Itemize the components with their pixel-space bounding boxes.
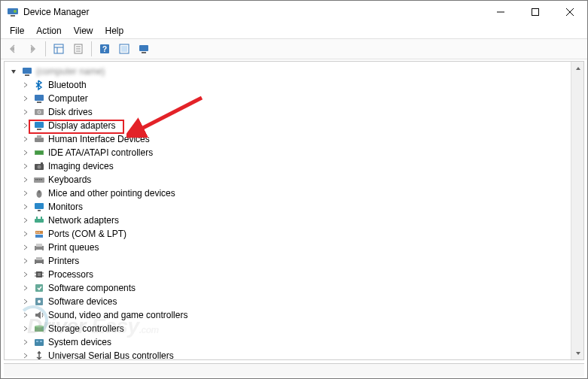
chevron-right-icon[interactable] — [21, 175, 30, 184]
chevron-right-icon[interactable] — [21, 338, 30, 347]
properties-button[interactable] — [69, 40, 87, 58]
svg-point-34 — [38, 165, 41, 169]
maximize-button[interactable] — [518, 1, 553, 23]
tree-item-label: Monitors — [48, 202, 83, 212]
chevron-right-icon[interactable] — [21, 283, 30, 293]
svg-rect-35 — [41, 162, 43, 164]
chevron-right-icon[interactable] — [21, 311, 30, 320]
usb-icon — [33, 350, 45, 359]
tree-item-display[interactable]: Display adapters — [6, 119, 571, 132]
chevron-right-icon[interactable] — [21, 94, 30, 103]
chevron-right-icon[interactable] — [21, 121, 30, 130]
svg-rect-46 — [36, 217, 38, 219]
tree-item-monitor[interactable]: Monitors — [6, 200, 571, 214]
chevron-right-icon[interactable] — [21, 202, 30, 211]
back-button[interactable] — [4, 40, 22, 58]
tree-item-label: Human Interface Devices — [48, 134, 150, 144]
tree-item-printqueue[interactable]: Print queues — [6, 241, 571, 254]
chevron-right-icon[interactable] — [21, 80, 30, 89]
menu-help[interactable]: Help — [99, 24, 130, 38]
chevron-right-icon[interactable] — [21, 243, 30, 252]
svg-rect-20 — [23, 68, 32, 74]
help-button[interactable]: ? — [96, 40, 114, 58]
svg-rect-49 — [35, 235, 43, 238]
chevron-right-icon[interactable] — [21, 162, 30, 171]
svg-rect-38 — [38, 179, 39, 180]
software-icon — [33, 282, 45, 294]
chevron-right-icon[interactable] — [21, 351, 30, 359]
content-pane: (computer name) BluetoothComputerDisk dr… — [4, 61, 584, 360]
minimize-button[interactable] — [483, 1, 518, 23]
show-hidden-button[interactable] — [50, 40, 68, 58]
tree-item-sound[interactable]: Sound, video and game controllers — [6, 308, 571, 322]
scan-hardware-button[interactable] — [135, 40, 153, 58]
monitor-icon — [33, 201, 45, 213]
tree-item-label: Software devices — [48, 296, 117, 307]
svg-point-26 — [38, 111, 40, 113]
tree-item-label: IDE ATA/ATAPI controllers — [48, 147, 153, 158]
tree-item-ide[interactable]: IDE ATA/ATAPI controllers — [6, 146, 571, 159]
svg-rect-43 — [35, 203, 44, 209]
svg-point-50 — [36, 232, 38, 233]
device-tree[interactable]: (computer name) BluetoothComputerDisk dr… — [5, 62, 571, 359]
tree-item-imaging[interactable]: Imaging devices — [6, 159, 571, 173]
chevron-right-icon[interactable] — [21, 229, 30, 238]
vertical-scrollbar[interactable] — [571, 62, 583, 359]
tree-item-system[interactable]: System devices — [6, 335, 571, 349]
chevron-right-icon[interactable] — [21, 148, 30, 157]
tree-item-label: Print queues — [48, 242, 99, 253]
chevron-right-icon[interactable] — [21, 297, 30, 306]
forward-button[interactable] — [23, 40, 41, 58]
computer-icon — [33, 92, 45, 105]
chevron-right-icon[interactable] — [21, 135, 30, 144]
tree-item-hid[interactable]: Human Interface Devices — [6, 132, 571, 146]
tree-item-storage[interactable]: Storage controllers — [6, 322, 571, 335]
svg-rect-7 — [54, 44, 63, 53]
printer-icon — [33, 255, 45, 267]
svg-rect-21 — [25, 74, 29, 76]
tree-item-label: Display adapters — [48, 120, 115, 131]
toolbar: ? — [1, 38, 587, 59]
svg-text:?: ? — [102, 45, 107, 53]
tree-item-ports[interactable]: Ports (COM & LPT) — [6, 227, 571, 241]
window-root: Device Manager File Action View Help ? ( — [0, 0, 588, 379]
chevron-right-icon[interactable] — [21, 189, 30, 198]
menu-view[interactable]: View — [68, 24, 99, 38]
tree-root[interactable]: (computer name) — [6, 65, 571, 78]
scroll-down-button[interactable] — [571, 347, 584, 359]
tree-item-softdev[interactable]: Software devices — [6, 295, 571, 308]
svg-rect-64 — [35, 284, 43, 292]
chevron-down-icon[interactable] — [9, 67, 18, 76]
chevron-right-icon[interactable] — [21, 324, 30, 333]
tree-item-mouse[interactable]: Mice and other pointing devices — [6, 186, 571, 200]
chevron-right-icon[interactable] — [21, 216, 30, 225]
menu-file[interactable]: File — [4, 24, 30, 38]
scroll-up-button[interactable] — [571, 62, 584, 74]
chevron-right-icon[interactable] — [21, 270, 30, 279]
tree-item-keyboard[interactable]: Keyboards — [6, 173, 571, 186]
toolbar-separator — [45, 41, 46, 56]
tree-item-label: Disk drives — [48, 107, 93, 117]
close-button[interactable] — [553, 1, 587, 23]
chevron-right-icon[interactable] — [21, 256, 30, 265]
tree-item-software[interactable]: Software components — [6, 281, 571, 295]
tree-item-label: Network adapters — [48, 215, 119, 226]
processor-icon — [33, 268, 45, 280]
tree-item-computer[interactable]: Computer — [6, 92, 571, 105]
svg-rect-32 — [35, 151, 43, 154]
tree-item-printer[interactable]: Printers — [6, 254, 571, 268]
menu-action[interactable]: Action — [30, 24, 67, 38]
svg-rect-19 — [142, 52, 146, 53]
app-icon — [7, 6, 19, 18]
tree-item-processor[interactable]: Processors — [6, 268, 571, 281]
chevron-right-icon[interactable] — [21, 108, 30, 117]
imaging-icon — [33, 160, 45, 172]
tree-item-disk[interactable]: Disk drives — [6, 105, 571, 119]
tree-item-label: Imaging devices — [48, 161, 114, 171]
legacy-add-button[interactable] — [115, 40, 133, 58]
tree-item-bluetooth[interactable]: Bluetooth — [6, 78, 571, 92]
tree-item-network[interactable]: Network adapters — [6, 214, 571, 227]
tree-item-usb[interactable]: Universal Serial Bus controllers — [6, 349, 571, 359]
svg-rect-40 — [41, 179, 43, 180]
tree-item-label: Storage controllers — [48, 323, 124, 334]
